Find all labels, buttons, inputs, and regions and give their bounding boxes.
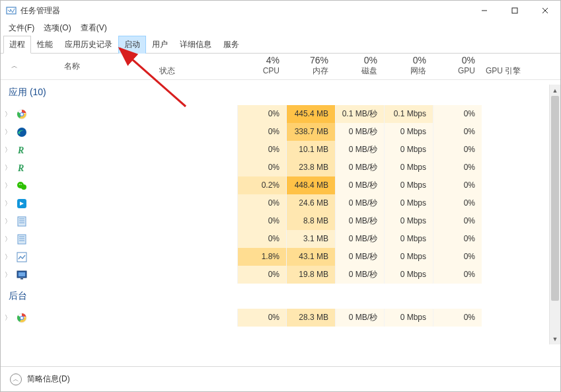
footer: ︿ 简略信息(D) — [1, 366, 560, 391]
expand-icon[interactable]: 〉 — [1, 181, 15, 190]
gpu-total: 0% — [433, 54, 475, 66]
memory-cell: 3.1 MB — [286, 230, 335, 248]
disk-cell: 0 MB/秒 — [335, 194, 384, 212]
cpu-cell: 0% — [237, 105, 286, 123]
vertical-scrollbar[interactable]: ▲ ▼ — [549, 85, 560, 344]
app-icon: R — [15, 163, 28, 173]
column-header-status[interactable]: 状态 — [159, 65, 237, 79]
process-row[interactable]: 〉0%8.8 MB0 MB/秒0 Mbps0% — [1, 212, 560, 230]
column-header-memory[interactable]: 76% 内存 — [286, 54, 335, 79]
column-header-gpu-engine[interactable]: GPU 引擎 — [482, 65, 560, 79]
minimize-button[interactable] — [469, 1, 500, 20]
cpu-label: CPU — [237, 66, 280, 77]
svg-rect-24 — [17, 253, 26, 262]
disk-cell: 0.1 MB/秒 — [335, 105, 384, 123]
tab-details[interactable]: 详细信息 — [174, 36, 217, 54]
svg-rect-27 — [20, 278, 23, 280]
process-row[interactable]: 〉R0%10.1 MB0 MB/秒0 Mbps0% — [1, 141, 560, 159]
expand-icon[interactable]: 〉 — [1, 110, 15, 119]
memory-cell: 448.4 MB — [286, 176, 335, 194]
cpu-cell: 0% — [237, 194, 286, 212]
tab-startup[interactable]: 启动 — [118, 36, 146, 54]
expand-icon[interactable]: 〉 — [1, 145, 15, 155]
column-header-disk[interactable]: 0% 磁盘 — [335, 54, 384, 79]
column-header-cpu[interactable]: 4% CPU — [237, 54, 286, 79]
app-icon: R — [15, 145, 28, 155]
svg-point-7 — [20, 113, 23, 116]
app-icon — [6, 5, 17, 16]
column-header-name[interactable]: ︿ 名称 — [1, 54, 159, 79]
main-panel: ︿ 名称 状态 4% CPU 76% 内存 0% 磁盘 0% 网络 0% GPU… — [1, 54, 560, 366]
process-row[interactable]: 〉0.2%448.4 MB0 MB/秒0 Mbps0% — [1, 176, 560, 194]
disk-cell: 0 MB/秒 — [335, 176, 384, 194]
process-row[interactable]: 〉0%24.6 MB0 MB/秒0 Mbps0% — [1, 194, 560, 212]
expand-icon[interactable]: 〉 — [1, 313, 15, 323]
network-cell: 0 Mbps — [384, 141, 433, 159]
process-row[interactable]: 〉R0%23.8 MB0 MB/秒0 Mbps0% — [1, 159, 560, 176]
app-icon — [15, 252, 28, 262]
column-headers: ︿ 名称 状态 4% CPU 76% 内存 0% 磁盘 0% 网络 0% GPU… — [1, 54, 560, 80]
network-cell: 0 Mbps — [384, 248, 433, 266]
memory-cell: 19.8 MB — [286, 266, 335, 284]
tab-strip: 进程 性能 应用历史记录 启动 用户 详细信息 服务 — [1, 35, 560, 54]
cpu-cell: 0% — [237, 230, 286, 248]
process-row[interactable]: 〉0%3.1 MB0 MB/秒0 Mbps0% — [1, 230, 560, 248]
app-icon — [15, 109, 28, 120]
fewer-details-link[interactable]: 简略信息(D) — [27, 373, 70, 385]
cpu-cell: 0% — [237, 141, 286, 159]
process-row[interactable]: 〉0%19.8 MB0 MB/秒0 Mbps0% — [1, 266, 560, 284]
app-icon — [15, 234, 28, 245]
scrollbar-thumb[interactable] — [551, 96, 559, 301]
tab-users[interactable]: 用户 — [146, 36, 174, 54]
close-button[interactable] — [530, 1, 560, 20]
gpu-cell: 0% — [433, 230, 482, 248]
gpu-cell: 0% — [433, 123, 482, 141]
expand-icon[interactable]: 〉 — [1, 163, 15, 173]
svg-rect-26 — [19, 272, 25, 276]
gpu-cell: 0% — [433, 212, 482, 230]
window-title: 任务管理器 — [20, 5, 469, 17]
tab-processes[interactable]: 进程 — [3, 36, 31, 54]
menubar: 文件(F) 选项(O) 查看(V) — [1, 20, 560, 35]
cpu-cell: 0% — [237, 212, 286, 230]
app-icon — [15, 198, 28, 209]
cpu-cell: 0.2% — [237, 176, 286, 194]
network-cell: 0.1 Mbps — [384, 105, 433, 123]
gpu-cell: 0% — [433, 105, 482, 123]
expand-icon[interactable]: 〉 — [1, 128, 15, 137]
expand-icon[interactable]: 〉 — [1, 199, 15, 208]
menu-file[interactable]: 文件(F) — [5, 21, 38, 35]
tab-performance[interactable]: 性能 — [31, 36, 59, 54]
memory-cell: 8.8 MB — [286, 212, 335, 230]
column-header-network[interactable]: 0% 网络 — [384, 54, 433, 79]
expand-icon[interactable]: 〉 — [1, 235, 15, 244]
process-row[interactable]: 〉0%28.3 MB0 MB/秒0 Mbps0% — [1, 309, 560, 327]
column-header-gpu[interactable]: 0% GPU — [433, 54, 482, 79]
process-row[interactable]: 〉1.8%43.1 MB0 MB/秒0 Mbps0% — [1, 248, 560, 266]
tab-services[interactable]: 服务 — [217, 36, 245, 54]
svg-point-12 — [21, 184, 26, 190]
svg-point-13 — [19, 184, 20, 185]
process-row[interactable]: 〉0%445.4 MB0.1 MB/秒0.1 Mbps0% — [1, 105, 560, 123]
gpu-cell: 0% — [433, 141, 482, 159]
process-row[interactable]: 〉0%338.7 MB0 MB/秒0 Mbps0% — [1, 123, 560, 141]
scroll-down-icon[interactable]: ▼ — [550, 333, 560, 344]
collapse-icon[interactable]: ︿ — [10, 373, 22, 385]
tab-app-history[interactable]: 应用历史记录 — [59, 36, 118, 54]
maximize-button[interactable] — [500, 1, 530, 20]
cpu-total: 4% — [237, 54, 280, 66]
expand-icon[interactable]: 〉 — [1, 217, 15, 226]
expand-icon[interactable]: 〉 — [1, 270, 15, 280]
process-list[interactable]: 应用 (10) 〉0%445.4 MB0.1 MB/秒0.1 Mbps0%〉0%… — [1, 80, 560, 366]
scroll-up-icon[interactable]: ▲ — [550, 85, 560, 96]
memory-cell: 338.7 MB — [286, 123, 335, 141]
memory-cell: 24.6 MB — [286, 194, 335, 212]
menu-options[interactable]: 选项(O) — [40, 21, 75, 35]
svg-rect-2 — [512, 8, 517, 13]
network-cell: 0 Mbps — [384, 123, 433, 141]
memory-cell: 445.4 MB — [286, 105, 335, 123]
expand-icon[interactable]: 〉 — [1, 253, 15, 262]
disk-cell: 0 MB/秒 — [335, 309, 384, 327]
menu-view[interactable]: 查看(V) — [77, 21, 111, 35]
memory-cell: 28.3 MB — [286, 309, 335, 327]
